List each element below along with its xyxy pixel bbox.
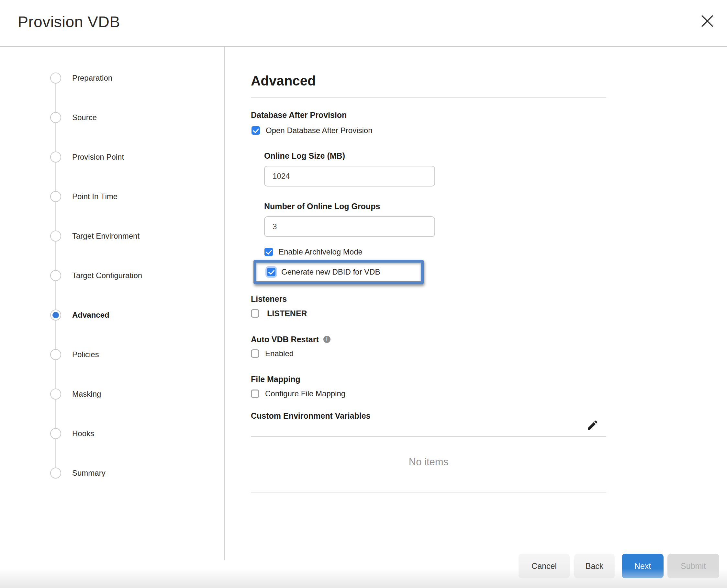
- step-summary[interactable]: Summary: [50, 466, 215, 480]
- generate-dbid-label: Generate new DBID for VDB: [281, 268, 380, 276]
- step-circle: [50, 151, 61, 163]
- step-circle: [50, 467, 61, 479]
- step-circle: [50, 72, 61, 84]
- step-label: Hooks: [72, 429, 94, 438]
- auto-vdb-restart-label: Auto VDB Restart i: [251, 334, 330, 344]
- step-circle-active: [50, 310, 61, 320]
- page-title: Advanced: [251, 73, 316, 89]
- step-circle: [50, 349, 61, 360]
- step-circle: [50, 231, 61, 241]
- enable-archivelog-row: Enable Archivelog Mode: [264, 247, 363, 257]
- info-icon[interactable]: i: [323, 336, 330, 343]
- step-label: Target Environment: [72, 231, 140, 241]
- sidebar-divider: [224, 47, 224, 560]
- listener-checkbox[interactable]: [251, 309, 259, 318]
- custom-env-vars-label: Custom Environment Variables: [251, 411, 371, 421]
- enable-archivelog-checkbox[interactable]: [264, 248, 273, 256]
- close-icon[interactable]: [701, 14, 714, 28]
- step-label: Source: [72, 113, 97, 122]
- bottom-gradient: [0, 569, 727, 588]
- step-circle: [50, 112, 61, 123]
- step-label: Provision Point: [72, 152, 124, 162]
- step-label: Preparation: [72, 73, 112, 83]
- configure-file-mapping-label: Configure File Mapping: [265, 389, 345, 398]
- listener-row: LISTENER: [251, 309, 307, 318]
- online-log-groups-label: Number of Online Log Groups: [264, 202, 380, 211]
- no-items-text: No items: [251, 456, 606, 468]
- step-hooks[interactable]: Hooks: [50, 426, 215, 441]
- dialog-title: Provision VDB: [18, 13, 120, 31]
- auto-vdb-restart-text: Auto VDB Restart: [251, 334, 319, 344]
- step-provision-point[interactable]: Provision Point: [50, 150, 215, 164]
- back-button[interactable]: Back: [574, 554, 615, 578]
- open-database-after-provision-row: Open Database After Provision: [252, 126, 372, 135]
- step-circle: [50, 191, 61, 202]
- edit-pencil-icon[interactable]: [586, 419, 599, 431]
- auto-restart-enabled-row: Enabled: [251, 349, 294, 358]
- step-circle: [50, 270, 61, 281]
- open-database-checkbox[interactable]: [252, 126, 260, 135]
- step-label: Advanced: [72, 310, 109, 320]
- heading-divider: [251, 98, 606, 98]
- step-target-environment[interactable]: Target Environment: [50, 229, 215, 243]
- step-source[interactable]: Source: [50, 110, 215, 125]
- step-point-in-time[interactable]: Point In Time: [50, 189, 215, 204]
- step-circle: [50, 388, 61, 400]
- step-label: Summary: [72, 468, 106, 478]
- generate-dbid-row: Generate new DBID for VDB: [267, 267, 380, 277]
- step-advanced-active[interactable]: Advanced: [50, 308, 215, 322]
- next-button[interactable]: Next: [622, 554, 664, 578]
- online-log-size-input[interactable]: [264, 166, 435, 187]
- submit-button-disabled[interactable]: Submit: [667, 554, 719, 578]
- generate-dbid-checkbox[interactable]: [267, 268, 275, 276]
- listeners-label: Listeners: [251, 294, 287, 304]
- step-policies[interactable]: Policies: [50, 348, 215, 362]
- auto-restart-enabled-label: Enabled: [265, 349, 294, 358]
- provision-vdb-dialog: Provision VDB Preparation Source Provisi…: [0, 0, 727, 588]
- generate-dbid-highlight-box: Generate new DBID for VDB: [253, 260, 424, 284]
- database-after-provision-label: Database After Provision: [251, 110, 347, 120]
- listener-label: LISTENER: [267, 309, 307, 318]
- step-preparation[interactable]: Preparation: [50, 71, 215, 85]
- step-label: Policies: [72, 350, 99, 359]
- step-target-configuration[interactable]: Target Configuration: [50, 268, 215, 283]
- configure-file-mapping-checkbox[interactable]: [251, 390, 259, 398]
- header-divider: [0, 46, 727, 47]
- step-label: Point In Time: [72, 192, 117, 202]
- open-database-label: Open Database After Provision: [266, 126, 372, 135]
- online-log-size-label: Online Log Size (MB): [264, 151, 345, 160]
- enable-archivelog-label: Enable Archivelog Mode: [279, 247, 363, 256]
- step-circle: [50, 428, 61, 439]
- step-masking[interactable]: Masking: [50, 387, 215, 401]
- cancel-button[interactable]: Cancel: [518, 554, 570, 578]
- bottom-divider: [251, 492, 606, 492]
- env-vars-divider: [251, 436, 606, 437]
- configure-file-mapping-row: Configure File Mapping: [251, 389, 345, 399]
- file-mapping-label: File Mapping: [251, 374, 300, 384]
- step-label: Target Configuration: [72, 271, 142, 280]
- online-log-groups-input[interactable]: [264, 216, 435, 237]
- step-label: Masking: [72, 389, 101, 399]
- auto-restart-enabled-checkbox[interactable]: [251, 349, 259, 358]
